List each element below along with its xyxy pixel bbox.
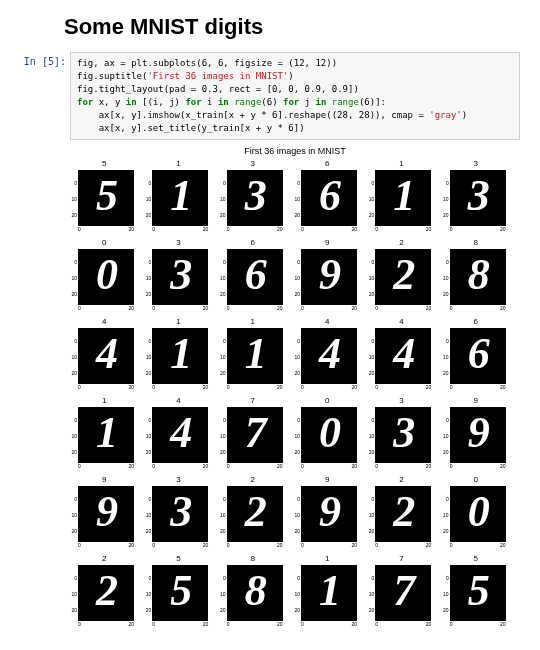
x-ticks: 020 (227, 305, 283, 312)
y-ticks: 01020 (367, 259, 374, 297)
y-ticks: 01020 (144, 496, 151, 534)
subplot-title: 9 (70, 476, 138, 486)
y-ticks: 01020 (293, 575, 300, 613)
subplot-title: 9 (293, 239, 361, 249)
y-ticks: 01020 (219, 338, 226, 376)
digit-image: 9 (450, 407, 506, 463)
notebook-heading: Some MNIST digits (64, 14, 520, 40)
x-ticks: 020 (227, 463, 283, 470)
digit-image: 1 (375, 170, 431, 226)
subplot: 1010201020 (367, 160, 435, 233)
subplot-title: 1 (70, 397, 138, 407)
x-ticks: 020 (450, 621, 506, 628)
digit-image: 1 (301, 565, 357, 621)
subplot-title: 6 (442, 318, 510, 328)
x-ticks: 020 (375, 621, 431, 628)
subplot: 6010206020 (442, 318, 510, 391)
code-cell: In [5]: fig, ax = plt.subplots(6, 6, fig… (20, 52, 520, 140)
subplot-title: 0 (293, 397, 361, 407)
x-ticks: 020 (450, 542, 506, 549)
subplot-title: 8 (442, 239, 510, 249)
subplot-title: 7 (219, 397, 287, 407)
cell-prompt: In [5]: (20, 52, 66, 67)
digit-image: 5 (152, 565, 208, 621)
subplot: 1010201020 (144, 160, 212, 233)
digit-image: 4 (78, 328, 134, 384)
digit-image: 2 (375, 486, 431, 542)
digit-image: 0 (78, 249, 134, 305)
digit-image: 0 (450, 486, 506, 542)
digit-image: 3 (152, 486, 208, 542)
digit-image: 3 (152, 249, 208, 305)
digit-image: 8 (450, 249, 506, 305)
x-ticks: 020 (152, 542, 208, 549)
y-ticks: 01020 (70, 180, 77, 218)
x-ticks: 020 (301, 621, 357, 628)
subplot: 0010200020 (293, 397, 361, 470)
subplot: 1010201020 (144, 318, 212, 391)
subplot: 6010206020 (219, 239, 287, 312)
subplot-title: 2 (367, 476, 435, 486)
x-ticks: 020 (78, 226, 134, 233)
digit-image: 2 (375, 249, 431, 305)
x-ticks: 020 (301, 226, 357, 233)
subplot: 3010203020 (144, 239, 212, 312)
subplot-title: 3 (219, 160, 287, 170)
subplot-title: 3 (442, 160, 510, 170)
subplot-title: 8 (219, 555, 287, 565)
subplot-title: 5 (442, 555, 510, 565)
subplot-title: 4 (367, 318, 435, 328)
subplot-title: 4 (144, 397, 212, 407)
y-ticks: 01020 (442, 417, 449, 455)
x-ticks: 020 (227, 621, 283, 628)
x-ticks: 020 (375, 463, 431, 470)
code-input[interactable]: fig, ax = plt.subplots(6, 6, figsize = (… (70, 52, 520, 140)
subplot-title: 3 (144, 239, 212, 249)
y-ticks: 01020 (367, 496, 374, 534)
subplot: 1010201020 (70, 397, 138, 470)
digit-image: 1 (78, 407, 134, 463)
digit-image: 9 (301, 486, 357, 542)
digit-image: 7 (375, 565, 431, 621)
digit-image: 7 (227, 407, 283, 463)
y-ticks: 01020 (70, 417, 77, 455)
subplot: 9010209020 (442, 397, 510, 470)
subplot: 1010201020 (293, 555, 361, 628)
y-ticks: 01020 (144, 338, 151, 376)
subplot-title: 1 (367, 160, 435, 170)
subplot-title: 4 (70, 318, 138, 328)
subplot: 9010209020 (293, 239, 361, 312)
x-ticks: 020 (78, 305, 134, 312)
digit-image: 1 (152, 170, 208, 226)
x-ticks: 020 (78, 542, 134, 549)
digit-image: 2 (78, 565, 134, 621)
y-ticks: 01020 (144, 417, 151, 455)
x-ticks: 020 (375, 226, 431, 233)
x-ticks: 020 (375, 305, 431, 312)
digit-image: 1 (152, 328, 208, 384)
x-ticks: 020 (152, 305, 208, 312)
y-ticks: 01020 (367, 338, 374, 376)
y-ticks: 01020 (70, 496, 77, 534)
y-ticks: 01020 (293, 180, 300, 218)
x-ticks: 020 (152, 384, 208, 391)
digit-image: 6 (301, 170, 357, 226)
y-ticks: 01020 (293, 259, 300, 297)
subplot-title: 2 (219, 476, 287, 486)
subplot-title: 0 (442, 476, 510, 486)
subplot-title: 9 (293, 476, 361, 486)
subplot-title: 2 (70, 555, 138, 565)
digit-image: 3 (450, 170, 506, 226)
y-ticks: 01020 (293, 417, 300, 455)
digit-image: 5 (450, 565, 506, 621)
figure-suptitle: First 36 images in MNIST (70, 146, 520, 156)
subplot: 3010203020 (367, 397, 435, 470)
subplot: 9010209020 (293, 476, 361, 549)
subplot: 0010200020 (70, 239, 138, 312)
subplot-grid: 5010205020101020102030102030206010206020… (70, 160, 510, 628)
y-ticks: 01020 (219, 496, 226, 534)
subplot-title: 1 (293, 555, 361, 565)
subplot: 4010204020 (367, 318, 435, 391)
digit-image: 6 (450, 328, 506, 384)
subplot: 2010202020 (70, 555, 138, 628)
